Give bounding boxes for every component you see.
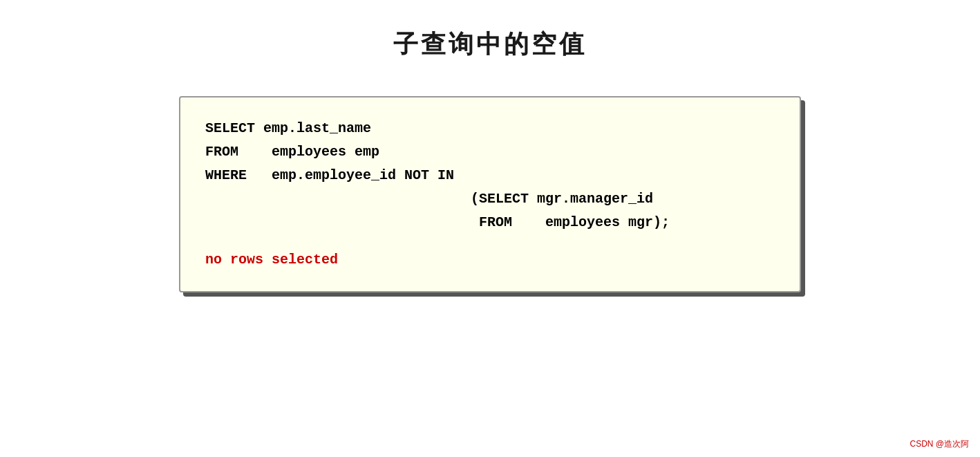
- code-line-4: (SELECT mgr.manager_id: [205, 187, 775, 211]
- page-title: 子查询中的空值: [393, 28, 587, 62]
- code-line-1: SELECT emp.last_name: [205, 117, 775, 140]
- code-line-3: WHERE emp.employee_id NOT IN: [205, 164, 775, 187]
- code-line-2-rest: employees emp: [238, 140, 379, 164]
- code-line-5: FROM employees mgr);: [205, 211, 775, 234]
- code-line-5-text: FROM employees mgr);: [205, 211, 670, 234]
- keyword-select: SELECT: [205, 117, 255, 140]
- no-rows-line: no rows selected: [205, 248, 775, 272]
- keyword-where: WHERE: [205, 164, 247, 187]
- code-line-4-text: (SELECT mgr.manager_id: [205, 187, 653, 211]
- no-rows-text: no rows selected: [205, 248, 338, 272]
- code-line-3-rest: emp.employee_id NOT IN: [247, 164, 454, 187]
- code-box: SELECT emp.last_name FROM employees emp …: [179, 96, 801, 292]
- code-box-container: SELECT emp.last_name FROM employees emp …: [179, 96, 801, 292]
- code-line-1-rest: emp.last_name: [255, 117, 371, 140]
- code-content: SELECT emp.last_name FROM employees emp …: [205, 117, 775, 272]
- keyword-from: FROM: [205, 140, 238, 164]
- code-line-2: FROM employees emp: [205, 140, 775, 164]
- watermark: CSDN @造次阿: [910, 438, 969, 450]
